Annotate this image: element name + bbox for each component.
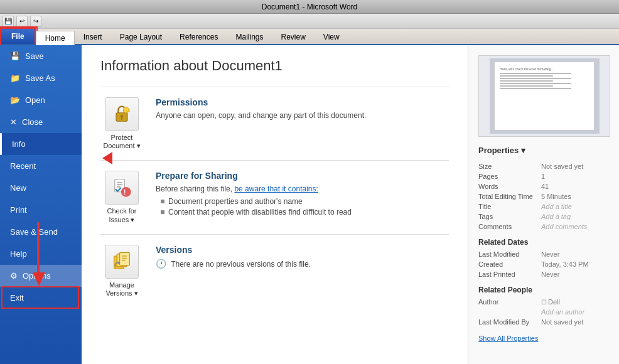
permissions-title: Permissions [156, 97, 449, 107]
check-issues-label: Check forIssues ▾ [107, 207, 136, 223]
permissions-content: Permissions Anyone can open, copy, and c… [156, 97, 449, 124]
tab-view[interactable]: View [315, 30, 348, 44]
open-icon: 📂 [10, 95, 20, 105]
saveas-icon: 📁 [10, 73, 20, 83]
prop-last-modified: Last Modified Never [478, 249, 609, 259]
sidebar-item-print[interactable]: Print [0, 199, 82, 221]
tab-insert[interactable]: Insert [75, 30, 111, 44]
manage-icon-box[interactable] [105, 245, 139, 279]
check-issues-btn[interactable]: ! Check forIssues ▾ [100, 171, 143, 223]
properties-table: Size Not saved yet Pages 1 Words 41 Tota… [478, 161, 609, 232]
show-all-properties[interactable]: Show All Properties [478, 335, 609, 342]
ribbon-tabs: File Home Insert Page Layout References … [0, 29, 619, 45]
versions-title: Versions [156, 245, 449, 255]
quick-access-toolbar: 💾 ↩ ↪ [0, 14, 619, 29]
versions-content: Versions 🕐 There are no previous version… [156, 245, 449, 272]
tab-mailings[interactable]: Mailings [227, 30, 272, 44]
tab-home[interactable]: Home [36, 31, 75, 45]
svg-text:!: ! [124, 189, 126, 196]
prop-editing-time: Total Editing Time 5 Minutes [478, 191, 609, 201]
related-people-header: Related People [478, 286, 609, 294]
save-quick-btn[interactable]: 💾 [3, 16, 14, 27]
protect-document-btn[interactable]: 🔑 ProtectDocument ▾ [100, 97, 143, 150]
prop-words: Words 41 [478, 181, 609, 191]
sidebar-item-open[interactable]: 📂 Open [0, 89, 82, 111]
permissions-section: 🔑 ProtectDocument ▾ Permissions Anyone c… [100, 87, 449, 160]
prepare-sharing-title: Prepare for Sharing [156, 171, 449, 181]
sidebar-item-save-send[interactable]: Save & Send [0, 221, 82, 243]
prop-title[interactable]: Title Add a title [478, 201, 609, 211]
svg-text:🔑: 🔑 [125, 108, 131, 114]
prepare-sharing-section: ! Check forIssues ▾ Prepare for Sharing … [100, 160, 449, 233]
sidebar-item-exit[interactable]: Exit [0, 287, 82, 309]
title-text: Document1 - Microsoft Word [262, 3, 358, 11]
svg-point-1 [121, 115, 124, 118]
center-panel: Information about Document1 🔑 ProtectDoc… [82, 45, 468, 364]
prepare-sharing-desc: Before sharing this file, be aware that … [156, 185, 449, 193]
sidebar-item-save[interactable]: 💾 Save [0, 45, 82, 67]
protect-icon-box[interactable]: 🔑 [105, 97, 139, 131]
tab-page-layout[interactable]: Page Layout [111, 30, 171, 44]
page-title: Information about Document1 [100, 58, 449, 74]
sidebar: 💾 Save 📁 Save As 📂 Open ✕ Close Info Rec… [0, 45, 82, 364]
tab-review[interactable]: Review [272, 30, 314, 44]
prop-add-author[interactable]: Add an author [478, 307, 609, 317]
options-icon: ⚙ [10, 271, 18, 281]
prop-pages: Pages 1 [478, 171, 609, 181]
prop-created: Created Today, 3:43 PM [478, 259, 609, 269]
properties-header[interactable]: Properties ▾ [478, 146, 609, 155]
svg-point-9 [121, 187, 131, 197]
sidebar-item-new[interactable]: New [0, 177, 82, 199]
prop-last-modified-by: Last Modified By Not saved yet [478, 317, 609, 327]
prop-comments[interactable]: Comments Add comments [478, 222, 609, 232]
preview-inner: Hello, let's check the word formatting..… [490, 58, 600, 134]
prop-tags[interactable]: Tags Add a tag [478, 211, 609, 222]
bullet-2: Content that people with disabilities fi… [161, 208, 449, 217]
title-bar: Document1 - Microsoft Word [0, 0, 619, 14]
sidebar-item-recent[interactable]: Recent [0, 155, 82, 177]
tab-references[interactable]: References [171, 30, 227, 44]
related-people-table: Author ☐Dell Add an author Last Modified… [478, 297, 609, 327]
info-label: Info [12, 139, 26, 149]
file-tab[interactable]: File [0, 28, 36, 44]
svg-rect-13 [120, 252, 130, 265]
manage-versions-label: ManageVersions ▾ [105, 281, 137, 297]
sidebar-item-close[interactable]: ✕ Close [0, 111, 82, 133]
bullet-sq-2 [161, 210, 164, 214]
redo-btn[interactable]: ↪ [30, 16, 41, 27]
undo-btn[interactable]: ↩ [16, 16, 28, 27]
related-dates-table: Last Modified Never Created Today, 3:43 … [478, 249, 609, 279]
main-content: Information about Document1 🔑 ProtectDoc… [82, 45, 619, 364]
bullet-sq-1 [161, 200, 164, 203]
versions-section: ManageVersions ▾ Versions 🕐 There are no… [100, 234, 449, 308]
check-icon-box[interactable]: ! [105, 171, 139, 205]
bullet-1: Document properties and author's name [161, 197, 449, 206]
prop-last-printed: Last Printed Never [478, 269, 609, 279]
sidebar-item-save-as[interactable]: 📁 Save As [0, 67, 82, 89]
sidebar-item-options[interactable]: ⚙ Options [0, 265, 82, 287]
close-icon: ✕ [10, 117, 17, 127]
save-icon: 💾 [10, 51, 20, 61]
versions-desc: 🕐 There are no previous versions of this… [156, 259, 449, 269]
doc-preview: Hello, let's check the word formatting..… [478, 55, 610, 137]
prop-author: Author ☐Dell [478, 297, 609, 307]
protect-doc-label: ProtectDocument ▾ [103, 134, 140, 150]
prepare-sharing-content: Prepare for Sharing Before sharing this … [156, 171, 449, 218]
right-panel: Hello, let's check the word formatting..… [468, 45, 619, 364]
prop-size: Size Not saved yet [478, 161, 609, 171]
sharing-link[interactable]: be aware that it contains: [234, 185, 318, 193]
permissions-desc: Anyone can open, copy, and change any pa… [156, 111, 449, 120]
related-dates-header: Related Dates [478, 238, 609, 247]
sidebar-item-help[interactable]: Help [0, 243, 82, 265]
manage-versions-btn[interactable]: ManageVersions ▾ [100, 245, 143, 297]
preview-page: Hello, let's check the word formatting..… [494, 62, 595, 131]
sidebar-item-info[interactable]: Info [0, 133, 82, 155]
